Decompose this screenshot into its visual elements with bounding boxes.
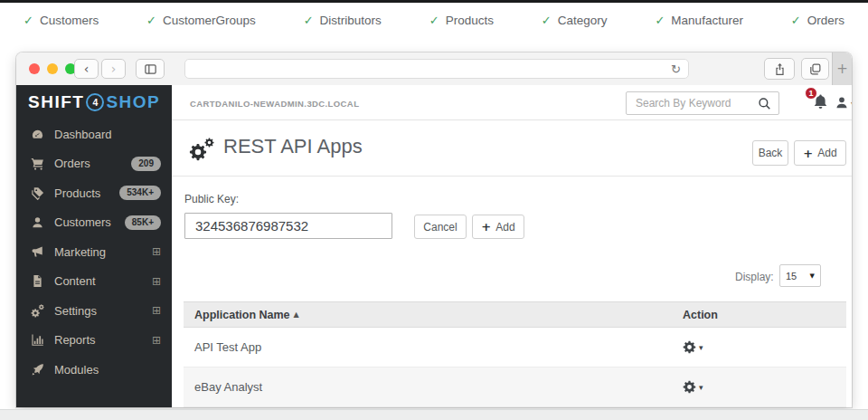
sidebar-item-modules[interactable]: Modules xyxy=(16,355,172,385)
sidebar-item-label: Dashboard xyxy=(54,128,161,141)
back-button[interactable]: Back xyxy=(752,140,788,166)
megaphone-icon xyxy=(29,245,45,259)
test-status-label: Manufacturer xyxy=(671,14,743,27)
test-status-label: CustomerGroups xyxy=(163,14,256,27)
test-status-label: Products xyxy=(446,14,494,27)
test-status-item: ✓ Manufacturer xyxy=(655,14,742,27)
url-bar[interactable]: ↻ xyxy=(184,59,689,79)
browser-forward-button[interactable]: › xyxy=(101,59,126,79)
window-controls[interactable] xyxy=(29,63,76,74)
admin-header: CARTDANILO-NEWADMIN.3DC.LOCAL 1 ▾ xyxy=(172,85,852,120)
logo-word1: SHIFT xyxy=(28,92,84,112)
page-title-row: REST API Apps Back +Add xyxy=(172,120,852,177)
sidebar-item-label: Marketing xyxy=(54,245,143,259)
expand-icon[interactable]: ⊞ xyxy=(152,305,161,316)
sidebar-item-orders[interactable]: Orders 209 xyxy=(16,149,172,179)
notifications-button[interactable]: 1 xyxy=(812,93,830,111)
test-status-label: Category xyxy=(558,14,608,27)
gear-icon xyxy=(683,380,696,394)
plus-icon: + xyxy=(481,220,491,234)
chevron-down-icon: ▾ xyxy=(851,100,852,110)
chevron-down-icon: ▼ xyxy=(810,272,815,280)
expand-icon[interactable]: ⊞ xyxy=(152,246,161,257)
check-icon: ✓ xyxy=(791,14,801,27)
admin-app: SHIFT 4 SHOP Dashboard Orders 209 Produc… xyxy=(16,85,852,407)
test-status-item: ✓ Category xyxy=(542,14,608,27)
reload-icon[interactable]: ↻ xyxy=(671,63,681,75)
search-icon[interactable] xyxy=(758,97,771,110)
test-status-bar: ✓ Customers ✓ CustomerGroups ✓ Distribut… xyxy=(0,3,868,37)
count-badge: 209 xyxy=(131,157,161,171)
notification-count-badge: 1 xyxy=(805,87,817,100)
table-row: eBay Analyst ▾ xyxy=(184,368,846,407)
public-key-input[interactable] xyxy=(184,213,392,239)
sidebar-item-marketing[interactable]: Marketing ⊞ xyxy=(16,237,172,267)
desktop-background xyxy=(0,409,868,420)
sidebar-item-settings[interactable]: Settings ⊞ xyxy=(16,296,172,326)
logo-word2: SHOP xyxy=(106,92,160,112)
file-icon xyxy=(29,274,45,288)
rest-api-gears-icon xyxy=(189,137,214,162)
expand-icon[interactable]: ⊞ xyxy=(152,276,161,287)
check-icon: ✓ xyxy=(146,14,156,27)
share-button[interactable] xyxy=(764,58,795,80)
check-icon: ✓ xyxy=(655,14,665,27)
sidebar-toggle-icon xyxy=(144,62,157,76)
browser-back-button[interactable]: ‹ xyxy=(74,59,99,79)
sidebar-item-label: Reports xyxy=(54,333,143,347)
sort-asc-icon: ▲ xyxy=(294,310,299,319)
display-count-select[interactable]: 15 ▼ xyxy=(779,264,821,287)
share-icon xyxy=(773,62,787,76)
screen: ✓ Customers ✓ CustomerGroups ✓ Distribut… xyxy=(0,0,868,420)
sidebar-item-label: Modules xyxy=(54,363,161,377)
sidebar-item-dashboard[interactable]: Dashboard xyxy=(16,119,172,149)
page-title: REST API Apps xyxy=(223,135,363,158)
sidebar-item-content[interactable]: Content ⊞ xyxy=(16,267,172,297)
sidebar-item-reports[interactable]: Reports ⊞ xyxy=(16,326,172,356)
new-tab-button[interactable]: + xyxy=(832,52,852,85)
sidebar-item-label: Settings xyxy=(54,304,143,318)
table-row: API Test App ▾ xyxy=(184,328,846,368)
chevron-down-icon: ▾ xyxy=(699,343,703,352)
cancel-button[interactable]: Cancel xyxy=(414,215,467,239)
keyword-search[interactable] xyxy=(626,91,779,115)
display-label: Display: xyxy=(735,271,774,283)
tab-overview-button[interactable] xyxy=(801,58,829,80)
close-window-button[interactable] xyxy=(29,63,40,74)
test-status-item: ✓ Products xyxy=(429,14,494,27)
sidebar-item-label: Content xyxy=(54,274,143,288)
test-status-label: Orders xyxy=(807,14,844,27)
sidebar: SHIFT 4 SHOP Dashboard Orders 209 Produc… xyxy=(16,85,172,407)
count-badge: 534K+ xyxy=(119,186,161,200)
apps-table: Application Name ▲ Action API Test App ▾… xyxy=(184,301,846,407)
user-menu-button[interactable]: ▾ xyxy=(835,95,852,110)
shift4shop-logo[interactable]: SHIFT 4 SHOP xyxy=(16,85,172,119)
check-icon: ✓ xyxy=(24,14,33,27)
dashboard-icon xyxy=(29,128,45,141)
user-icon xyxy=(29,215,45,229)
sidebar-item-label: Orders xyxy=(54,157,122,170)
expand-icon[interactable]: ⊞ xyxy=(152,335,161,346)
column-application-name[interactable]: Application Name ▲ xyxy=(184,309,683,321)
sidebar-item-label: Customers xyxy=(54,215,116,229)
cart-icon xyxy=(29,157,45,170)
sidebar-item-products[interactable]: Products 534K+ xyxy=(16,178,172,208)
search-input[interactable] xyxy=(634,96,752,110)
count-badge: 85K+ xyxy=(125,215,161,230)
add-key-button[interactable]: +Add xyxy=(472,215,524,239)
browser-window: ‹ › ↻ + SHIFT 4 SHOP Dashboard xyxy=(16,52,852,407)
table-header: Application Name ▲ Action xyxy=(184,301,846,328)
minimize-window-button[interactable] xyxy=(47,63,58,74)
sidebar-item-customers[interactable]: Customers 85K+ xyxy=(16,208,172,238)
add-app-button-top[interactable]: +Add xyxy=(794,140,846,166)
test-status-item: ✓ CustomerGroups xyxy=(146,14,256,27)
test-status-label: Customers xyxy=(40,14,99,27)
sidebar-item-label: Products xyxy=(54,186,110,200)
row-action-button[interactable]: ▾ xyxy=(683,380,703,394)
chevron-down-icon: ▾ xyxy=(699,383,703,392)
sidebar-nav: Dashboard Orders 209 Products 534K+ Cust… xyxy=(16,119,172,385)
sidebar-toggle-button[interactable] xyxy=(136,59,165,79)
row-action-button[interactable]: ▾ xyxy=(683,340,703,354)
tabs-icon xyxy=(808,62,822,76)
gears-icon xyxy=(29,304,45,318)
